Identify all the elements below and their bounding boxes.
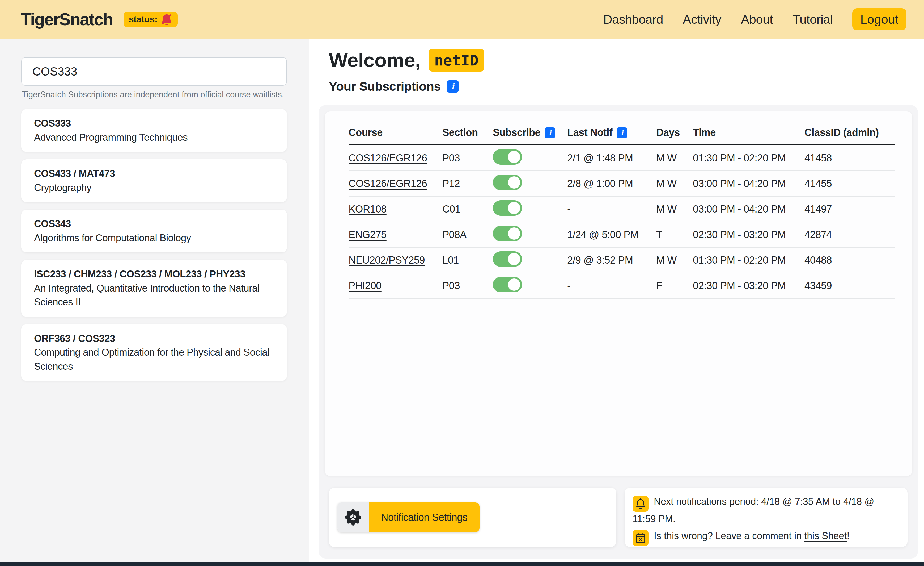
comment-suffix: ! [847, 530, 849, 541]
table-row: KOR108 C01 - M W 03:00 PM - 04:20 PM 414… [348, 197, 894, 222]
course-title: An Integrated, Quantitative Introduction… [34, 281, 274, 309]
subscribe-toggle[interactable] [493, 226, 522, 241]
bottom-dark-bar [0, 562, 924, 566]
netid-chip: netID [429, 49, 484, 72]
course-code: ORF363 / COS323 [34, 332, 274, 346]
course-code: COS333 [34, 116, 274, 131]
days-cell: M W [656, 152, 693, 164]
col-last-notif: Last Notif i [567, 127, 656, 138]
table-header-row: Course Section Subscribe i Last Notif i … [348, 121, 894, 146]
section-cell: L01 [442, 254, 493, 266]
subscriptions-panel: Course Section Subscribe i Last Notif i … [319, 105, 918, 558]
col-course: Course [348, 127, 442, 138]
course-search-sidebar: TigerSnatch Subscriptions are independen… [0, 39, 309, 562]
course-link[interactable]: KOR108 [348, 203, 442, 215]
last-notif-cell: 2/9 @ 3:52 PM [567, 254, 656, 266]
course-result-card[interactable]: COS343 Algorithms for Computational Biol… [21, 209, 287, 253]
subscribe-toggle[interactable] [493, 251, 522, 267]
nav-dashboard[interactable]: Dashboard [603, 12, 663, 27]
classid-cell: 40488 [804, 254, 894, 266]
bell-slash-icon [161, 14, 172, 25]
days-cell: M W [656, 254, 693, 266]
section-cell: P12 [442, 178, 493, 190]
notification-settings-button[interactable]: Notification Settings [338, 503, 480, 532]
section-cell: P03 [442, 280, 493, 292]
table-row: COS126/EGR126 P12 2/8 @ 1:00 PM M W 03:0… [348, 171, 894, 197]
section-cell: C01 [442, 203, 493, 215]
section-cell: P03 [442, 152, 493, 164]
subscriptions-title-text: Your Subscriptions [329, 79, 441, 93]
notification-settings-card: Notification Settings [329, 488, 616, 547]
course-link[interactable]: COS126/EGR126 [348, 178, 442, 190]
next-period-text: Next notifications period: 4/18 @ 7:35 A… [633, 496, 874, 524]
course-search-input[interactable] [21, 57, 287, 86]
section-cell: P08A [442, 229, 493, 241]
course-title: Algorithms for Computational Biology [34, 231, 274, 245]
toggle-knob [508, 278, 520, 291]
notifications-period-card: Next notifications period: 4/18 @ 7:35 A… [625, 488, 908, 547]
subscribe-toggle[interactable] [493, 200, 522, 216]
toggle-knob [508, 176, 520, 188]
course-result-card[interactable]: COS333 Advanced Programming Techniques [21, 109, 287, 152]
logout-button[interactable]: Logout [852, 8, 906, 30]
toggle-knob [508, 227, 520, 239]
welcome-heading: Welcome, netID [329, 49, 484, 72]
time-cell: 02:30 PM - 03:20 PM [693, 280, 804, 292]
time-cell: 01:30 PM - 02:20 PM [693, 152, 804, 164]
time-cell: 01:30 PM - 02:20 PM [693, 254, 804, 266]
dashboard-main: Welcome, netID Your Subscriptions i Cour… [309, 39, 924, 562]
comment-prefix: Is this wrong? Leave a comment in [654, 530, 804, 541]
classid-cell: 41458 [804, 152, 894, 164]
course-result-card[interactable]: COS433 / MAT473 Cryptography [21, 159, 287, 202]
nav-about[interactable]: About [741, 12, 773, 27]
classid-cell: 41497 [804, 203, 894, 215]
table-row: PHI200 P03 - F 02:30 PM - 03:20 PM 43459 [348, 273, 894, 299]
col-last-notif-label: Last Notif [567, 127, 612, 138]
last-notif-cell: 2/1 @ 1:48 PM [567, 152, 656, 164]
table-row: COS126/EGR126 P03 2/1 @ 1:48 PM M W 01:3… [348, 146, 894, 171]
toggle-knob [508, 202, 520, 214]
course-link[interactable]: NEU202/PSY259 [348, 254, 442, 266]
nav-activity[interactable]: Activity [683, 12, 721, 27]
info-icon[interactable]: i [616, 127, 627, 138]
col-time: Time [693, 127, 804, 138]
course-link[interactable]: COS126/EGR126 [348, 152, 442, 164]
col-section: Section [442, 127, 493, 138]
col-days: Days [656, 127, 693, 138]
subscribe-toggle[interactable] [493, 149, 522, 165]
course-title: Cryptography [34, 181, 274, 195]
subscriptions-table-card: Course Section Subscribe i Last Notif i … [325, 111, 912, 476]
status-label: status: [129, 14, 158, 24]
main-nav: Dashboard Activity About Tutorial [603, 12, 833, 27]
course-title: Computing and Optimization for the Physi… [34, 346, 274, 373]
col-subscribe-label: Subscribe [493, 127, 540, 138]
welcome-text: Welcome, [329, 49, 420, 72]
course-result-card[interactable]: ISC233 / CHM233 / COS233 / MOL233 / PHY2… [21, 260, 287, 317]
top-header-bar: TigerSnatch status: Dashboard Activity A… [0, 0, 924, 39]
course-code: COS343 [34, 217, 274, 231]
last-notif-cell: 1/24 @ 5:00 PM [567, 229, 656, 241]
comment-line: Is this wrong? Leave a comment in this S… [633, 529, 900, 546]
classid-cell: 41455 [804, 178, 894, 190]
course-title: Advanced Programming Techniques [34, 131, 274, 145]
time-cell: 03:00 PM - 04:20 PM [693, 178, 804, 190]
course-code: ISC233 / CHM233 / COS233 / MOL233 / PHY2… [34, 267, 274, 281]
last-notif-cell: 2/8 @ 1:00 PM [567, 178, 656, 190]
table-row: NEU202/PSY259 L01 2/9 @ 3:52 PM M W 01:3… [348, 248, 894, 273]
gear-icon [338, 503, 369, 532]
course-link[interactable]: PHI200 [348, 280, 442, 292]
subscribe-toggle[interactable] [493, 277, 522, 292]
days-cell: T [656, 229, 693, 241]
info-icon[interactable]: i [447, 80, 459, 93]
course-result-card[interactable]: ORF363 / COS323 Computing and Optimizati… [21, 324, 287, 381]
nav-tutorial[interactable]: Tutorial [792, 12, 832, 27]
course-code: COS433 / MAT473 [34, 167, 274, 181]
info-icon[interactable]: i [544, 127, 555, 138]
classid-cell: 43459 [804, 280, 894, 292]
sheet-link[interactable]: this Sheet [804, 530, 847, 541]
course-link[interactable]: ENG275 [348, 229, 442, 241]
subscribe-toggle[interactable] [493, 175, 522, 190]
app-logo: TigerSnatch [21, 10, 113, 29]
search-helper-text: TigerSnatch Subscriptions are independen… [22, 90, 286, 99]
classid-cell: 42874 [804, 229, 894, 241]
